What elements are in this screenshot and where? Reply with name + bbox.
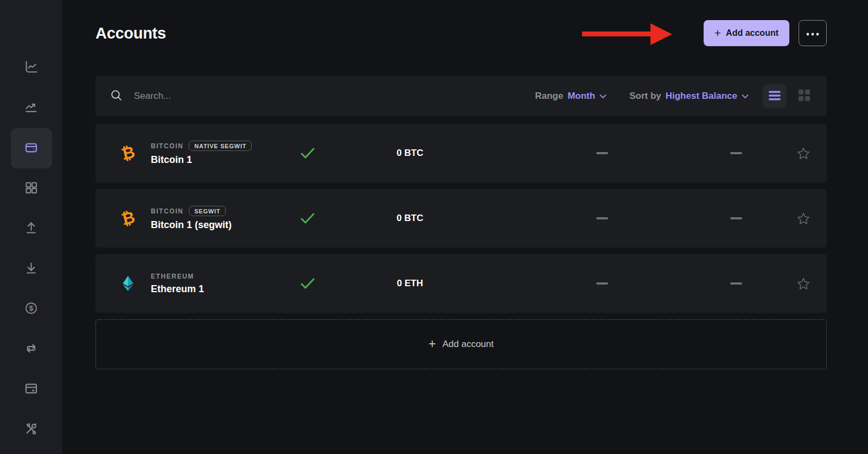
search-box	[110, 89, 535, 104]
more-options-button[interactable]	[799, 20, 827, 46]
portfolio-chart-icon	[24, 60, 39, 76]
search-input[interactable]	[134, 91, 362, 102]
list-view-icon	[768, 90, 781, 103]
sidebar: $	[0, 0, 62, 454]
chevron-down-icon	[599, 91, 607, 101]
chevron-down-icon	[742, 91, 749, 101]
account-balance: 0 BTC	[397, 213, 423, 224]
bitcoin-icon: ₿	[117, 209, 139, 228]
apps-grid-icon	[24, 180, 39, 197]
sort-value: Highest Balance	[666, 91, 737, 102]
page-header: Accounts + Add account	[95, 20, 827, 47]
receive-arrow-down-icon	[24, 261, 39, 277]
star-favorite-icon[interactable]	[792, 124, 815, 182]
delta-placeholder	[720, 189, 752, 248]
account-row-bitcoin-1[interactable]: ₿ BITCOIN NATIVE SEGWIT Bitcoin 1 0 BTC	[95, 124, 827, 182]
countervalue-placeholder	[586, 254, 618, 313]
ellipsis-icon	[806, 29, 819, 37]
sidebar-item-receive[interactable]	[11, 249, 52, 289]
view-toggles	[763, 84, 816, 108]
currency-label: ETHEREUM	[151, 273, 194, 280]
sidebar-item-send[interactable]	[11, 209, 52, 249]
sidebar-item-card[interactable]	[11, 369, 52, 409]
account-info: ETHEREUM Ethereum 1	[151, 273, 204, 295]
search-icon	[110, 89, 123, 104]
countervalue-placeholder	[586, 189, 618, 248]
sidebar-item-swap[interactable]	[11, 329, 52, 369]
wallet-icon	[24, 140, 39, 156]
range-dropdown[interactable]: Range Month	[535, 91, 607, 102]
svg-text:$: $	[29, 304, 34, 312]
sort-dropdown[interactable]: Sort by Highest Balance	[629, 91, 749, 102]
sidebar-item-accounts[interactable]	[11, 128, 52, 168]
account-row-ethereum-1[interactable]: ETHEREUM Ethereum 1 0 ETH	[95, 254, 827, 313]
swap-arrows-icon	[24, 341, 39, 357]
tools-wrench-icon	[24, 421, 39, 438]
countervalue-placeholder	[586, 124, 618, 182]
delta-placeholder	[720, 254, 752, 313]
market-trend-icon	[24, 100, 39, 116]
add-account-button-label: Add account	[726, 28, 778, 38]
sync-status-check-icon	[291, 254, 324, 313]
accounts-page: Accounts + Add account	[62, 0, 868, 454]
account-info: BITCOIN SEGWIT Bitcoin 1 (segwit)	[151, 206, 232, 231]
star-favorite-icon[interactable]	[792, 189, 815, 248]
accounts-list: ₿ BITCOIN NATIVE SEGWIT Bitcoin 1 0 BTC …	[95, 124, 827, 313]
header-actions: + Add account	[704, 20, 827, 46]
sidebar-item-market[interactable]	[11, 88, 52, 128]
sidebar-item-discover[interactable]	[11, 168, 52, 209]
account-row-bitcoin-1-segwit[interactable]: ₿ BITCOIN SEGWIT Bitcoin 1 (segwit) 0 BT…	[95, 189, 827, 248]
plus-icon: +	[714, 27, 721, 39]
sidebar-item-buy-sell[interactable]: $	[11, 289, 52, 329]
address-type-badge: SEGWIT	[189, 206, 226, 216]
account-balance: 0 BTC	[397, 148, 423, 159]
currency-label: BITCOIN	[151, 142, 183, 150]
send-arrow-up-icon	[24, 220, 39, 237]
sidebar-item-tools[interactable]	[11, 409, 52, 450]
star-favorite-icon[interactable]	[792, 254, 815, 313]
add-account-button[interactable]: + Add account	[704, 20, 789, 46]
page-title: Accounts	[95, 24, 166, 42]
card-icon	[24, 381, 39, 398]
account-info: BITCOIN NATIVE SEGWIT Bitcoin 1	[151, 141, 252, 166]
bitcoin-icon: ₿	[117, 144, 139, 162]
range-label: Range	[535, 91, 563, 102]
accounts-toolbar: Range Month Sort by Highest Balance	[95, 76, 827, 116]
ethereum-icon	[117, 275, 139, 292]
address-type-badge: NATIVE SEGWIT	[189, 141, 252, 151]
account-balance: 0 ETH	[397, 278, 423, 289]
account-name: Ethereum 1	[151, 283, 204, 295]
dollar-circle-icon: $	[24, 301, 39, 317]
grid-view-button[interactable]	[792, 84, 816, 108]
list-view-button[interactable]	[763, 84, 787, 108]
grid-view-icon	[798, 89, 810, 103]
add-account-dashed-label: Add account	[442, 339, 494, 350]
delta-placeholder	[720, 124, 752, 182]
sync-status-check-icon	[291, 124, 324, 182]
sidebar-item-portfolio[interactable]	[11, 48, 52, 88]
account-name: Bitcoin 1 (segwit)	[151, 219, 232, 231]
add-account-dashed-button[interactable]: + Add account	[95, 319, 827, 369]
account-name: Bitcoin 1	[151, 154, 252, 166]
range-value: Month	[567, 91, 595, 102]
sort-label: Sort by	[629, 91, 661, 102]
plus-icon: +	[429, 338, 436, 350]
currency-label: BITCOIN	[151, 207, 183, 215]
sync-status-check-icon	[291, 189, 324, 248]
